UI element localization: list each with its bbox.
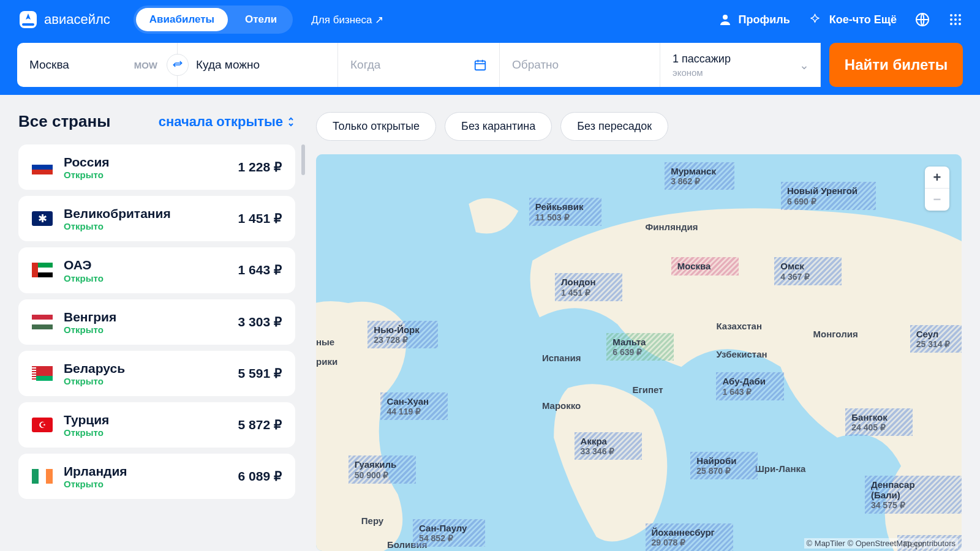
sort-button[interactable]: сначала открытые [159,114,295,130]
map-city-tag[interactable]: Аккра33 346 ₽ [575,432,642,460]
city-tag-price: 6 639 ₽ [612,347,655,357]
country-name: Россия [64,154,110,170]
country-price: 1 451 ₽ [238,211,282,226]
city-tag-price: 33 346 ₽ [581,446,624,456]
country-card[interactable]: ☪ТурцияОткрыто5 872 ₽ [18,402,295,448]
brand-name: авиасейлс [44,12,110,28]
country-name: Венгрия [64,309,116,324]
map-country-label: Узбекистан [716,349,767,359]
globe-icon[interactable] [915,12,930,27]
zoom-in-button[interactable]: + [925,167,949,189]
flag-ru [32,160,53,174]
filter-chip[interactable]: Без карантина [445,112,552,141]
map-country-label: Шри-Ланка [755,463,806,474]
map-city-tag[interactable]: Абу-Даби1 643 ₽ [716,372,784,400]
city-tag-price: 1 643 ₽ [722,387,766,397]
country-status: Открыто [64,324,116,335]
depart-date-field[interactable]: Когда [338,43,500,87]
svg-rect-1 [22,23,34,26]
search-form: Москва MOW Куда можно Когда Обратно 1 па… [17,43,963,87]
business-link[interactable]: Для бизнеса ↗ [311,13,383,26]
map-city-tag[interactable]: Рейкьявик11 503 ₽ [529,198,602,225]
map-country-label: Перу [361,515,383,526]
svg-point-8 [954,18,957,21]
map-city-tag[interactable]: Бангкок24 405 ₽ [845,408,913,436]
country-card[interactable]: БеларусьОткрыто5 591 ₽ [18,351,295,396]
destination-field[interactable]: Куда можно [178,43,338,87]
country-card[interactable]: ИрландияОткрыто6 089 ₽ [18,454,295,499]
swap-button[interactable] [167,54,189,76]
origin-code: MOW [134,60,157,70]
map-city-tag[interactable]: Сан-Хуан44 119 ₽ [380,392,448,420]
map-city-tag[interactable]: Найроби25 870 ₽ [690,452,758,479]
map-city-tag[interactable]: Лондон1 451 ₽ [555,273,622,301]
flag-ie [32,469,53,484]
map-city-tag[interactable]: Сеул25 314 ₽ [910,325,962,353]
country-card[interactable]: ОАЭОткрыто1 643 ₽ [18,247,295,293]
tab-hotels[interactable]: Отели [232,8,290,31]
map-city-tag[interactable]: Нью-Йорк23 728 ₽ [368,321,437,348]
origin-field[interactable]: Москва MOW [17,43,178,87]
map-city-tag[interactable]: Москва [671,257,739,275]
map-country-label: Испания [542,353,581,363]
map-city-tag[interactable]: Денпасар (Бали)34 575 ₽ [865,476,962,514]
city-tag-name: Денпасар (Бали) [871,479,943,501]
city-tag-name: Рейкьявик [535,201,584,212]
map-city-tag[interactable]: Гуаякиль50 900 ₽ [349,455,416,483]
flag-gb [32,211,53,226]
map-city-tag[interactable]: Сан-Паулу54 852 ₽ [413,519,485,547]
zoom-control: + − [925,167,949,211]
passengers-field[interactable]: 1 пассажир эконом ⌄ [660,43,821,87]
sort-arrows-icon [287,116,295,127]
map-country-label: Казахстан [716,321,762,331]
city-tag-price: 4 367 ₽ [780,272,823,282]
map-country-label: Марокко [542,400,581,411]
world-map[interactable]: ФинляндияКазахстанУзбекистанМонголияИспа… [316,154,962,551]
city-tag-price: 25 314 ₽ [916,339,959,349]
city-tag-name: Найроби [696,455,739,466]
country-status: Открыто [64,273,104,283]
country-name: Беларусь [64,361,125,376]
country-price: 6 089 ₽ [238,469,282,484]
chevron-down-icon: ⌄ [799,58,809,72]
map-city-tag[interactable]: Новый Уренгой6 690 ₽ [781,182,876,209]
city-tag-price: 24 405 ₽ [851,422,894,432]
country-card[interactable]: ВеликобританияОткрыто1 451 ₽ [18,196,295,241]
svg-point-12 [959,23,961,25]
filter-chip[interactable]: Только открытые [316,112,436,141]
country-name: ОАЭ [64,257,104,272]
country-card[interactable]: ВенгрияОткрыто3 303 ₽ [18,299,295,345]
map-city-tag[interactable]: Йоханнесбург29 078 ₽ [646,523,733,551]
flag-by [32,366,53,381]
city-tag-name: Мурманск [671,166,716,176]
scrollbar-thumb[interactable] [301,144,305,175]
map-city-tag[interactable]: Омск4 367 ₽ [774,257,842,285]
country-status: Открыто [64,427,109,438]
tab-flights[interactable]: Авиабилеты [136,8,228,31]
map-attribution: © MapTiler © OpenStreetMap contributors [804,538,958,549]
filter-chip[interactable]: Без пересадок [560,112,668,141]
country-status: Открыто [64,376,125,386]
map-country-label: рики [316,356,337,367]
swap-icon [172,59,183,70]
zoom-out-button[interactable]: − [925,189,949,211]
country-card[interactable]: РоссияОткрыто1 228 ₽ [18,144,295,190]
profile-link[interactable]: Профиль [718,12,790,27]
map-city-tag[interactable]: Мурманск3 862 ₽ [665,162,734,190]
country-status: Открыто [64,221,171,231]
city-tag-price: 6 690 ₽ [787,197,858,206]
map-city-tag[interactable]: Мальта6 639 ₽ [606,333,674,361]
city-tag-name: Москва [677,261,720,271]
more-link[interactable]: Кое-что Ещё [809,12,897,27]
city-tag-name: Лондон [561,277,604,287]
brand-logo[interactable]: авиасейлс [17,9,110,31]
city-tag-name: Гуаякиль [355,459,398,470]
apps-grid-icon[interactable] [948,12,963,27]
countries-heading: Все страны [18,112,110,131]
search-button[interactable]: Найти билеты [829,43,963,87]
return-date-field[interactable]: Обратно [500,43,660,87]
city-tag-name: Новый Уренгой [787,186,858,196]
plane-logo-icon [17,9,39,31]
flag-tr: ☪ [32,418,53,432]
city-tag-name: Абу-Даби [722,376,766,386]
